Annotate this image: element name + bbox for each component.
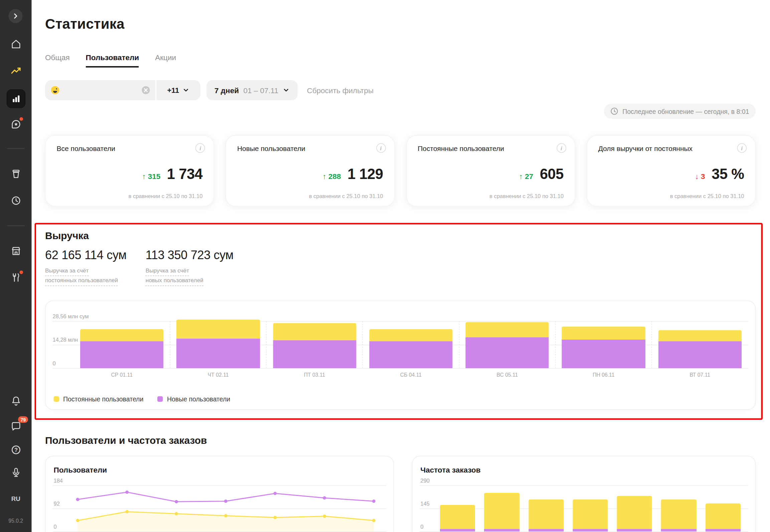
notification-dot [20,271,23,274]
clear-icon[interactable] [141,86,150,95]
sidebar-item-history[interactable] [0,194,32,206]
stat-card-title: Постоянные пользователи [418,144,504,152]
bar-segment [369,329,452,341]
revenue-bar-group [466,321,549,368]
frequency-bar [661,486,696,532]
revenue-total-label[interactable]: Выручка за счёт новых пользователей [146,267,234,286]
bar-segment [176,319,260,339]
order-frequency-chart-card: Частота заказов 290 145 0 [412,456,756,532]
bar-segment [80,341,163,368]
stat-value: 35 % [712,166,744,183]
y-axis-label: 0 [421,524,424,530]
label-line: новых пользователей [146,276,203,286]
place-filter: +11 [45,80,200,100]
frequency-bar [573,486,608,532]
bar-segment [273,340,356,368]
app-version: 95.0.2 [0,518,32,524]
bar-segment [440,529,475,531]
revenue-total-value: 62 165 114 сум [45,248,127,262]
sidebar-item-notifications[interactable] [0,395,32,407]
bar-segment [369,341,452,368]
sidebar-item-reviews[interactable] [0,118,32,130]
bar-segment [466,322,549,337]
stat-card-regular-revenue-share: Доля выручки от постоянных i ↓ 3 35 % в … [587,135,756,206]
sidebar-item-trends[interactable] [0,65,32,77]
sidebar-item-menu-food[interactable] [0,272,32,284]
period-label: 7 дней [214,86,239,95]
sidebar-item-statistics[interactable] [0,89,32,108]
sidebar-item-cafe[interactable] [0,168,32,180]
frequency-bar [484,486,519,532]
sidebar-item-chats[interactable]: 79 [0,420,32,432]
stat-delta: ↑ 27 [519,172,533,181]
stat-value: 605 [540,166,564,183]
sidebar-item-voice-support[interactable] [0,467,32,479]
info-icon[interactable]: i [737,143,747,153]
bar-segment [658,330,742,341]
bar-segment [562,340,645,368]
page-title: Статистика [45,16,125,32]
tabs: Общая Пользователи Акции [45,53,176,68]
revenue-total-regular: 62 165 114 сум Выручка за счёт постоянны… [45,248,127,286]
revenue-bar-group [176,321,260,368]
users-chart-card: Пользователи 184 92 0 [45,456,394,532]
revenue-bar-group [273,321,356,368]
revenue-x-axis: СР 01.11ЧТ 02.11ПТ 03.11СБ 04.11ВС 05.11… [74,372,748,378]
bar-segment [706,503,741,529]
sidebar-item-home[interactable] [0,38,32,50]
sidebar-item-help[interactable]: ? [0,444,32,456]
y-axis-label: 28,56 млн сум [53,313,89,319]
place-filter-more-button[interactable]: +11 [156,80,200,100]
place-filter-input[interactable] [45,80,155,100]
stat-delta: ↑ 288 [323,172,341,181]
stat-cards-row: Все пользователи i ↑ 315 1 734 в сравнен… [45,135,756,206]
sidebar: 79 ? RU 95.0.2 [0,0,32,532]
y-axis-label: 145 [421,501,430,507]
place-more-count: +11 [167,86,179,94]
filters-row: +11 7 дней 01 – 07.11 Сбросить фильтры [45,80,373,100]
label-line: Выручка за счёт [45,267,89,276]
period-filter[interactable]: 7 дней 01 – 07.11 [206,80,298,100]
bar-segment [440,505,475,529]
revenue-total-label[interactable]: Выручка за счёт постоянных пользователей [45,267,127,286]
stat-delta: ↓ 3 [695,172,705,181]
statistics-page: 79 ? RU 95.0.2 Статистика Общая Пользова… [0,0,770,532]
info-icon[interactable]: i [376,143,386,153]
legend-label: Новые пользователи [167,395,230,403]
help-icon: ? [10,444,22,456]
svg-text:?: ? [14,447,17,453]
frequency-bar [528,486,564,532]
sidebar-item-store[interactable] [0,245,32,257]
revenue-bars [74,321,748,368]
revenue-bar-group [80,321,163,368]
chat-badge: 79 [18,416,28,423]
tab-promotions[interactable]: Акции [155,53,176,68]
chevron-down-icon [183,87,190,94]
microphone-icon [10,467,22,479]
notification-dot [20,117,23,121]
bar-segment [80,329,163,341]
stat-card-new-users: Новые пользователи i ↑ 288 1 129 в сравн… [225,135,395,206]
trending-up-icon [10,65,22,77]
info-icon[interactable]: i [557,143,566,153]
info-icon[interactable]: i [195,143,205,153]
period-range: 01 – 07.11 [243,86,278,95]
frequency-bars [436,486,745,532]
revenue-bar-group [369,321,452,368]
clock-icon [610,107,618,115]
bar-segment [562,327,645,340]
reset-filters-link[interactable]: Сбросить фильтры [307,86,373,95]
chevron-down-icon [283,87,290,94]
x-axis-label: СБ 04.11 [363,372,459,378]
last-update-text: Последнее обновление — сегодня, в 8:01 [622,108,749,115]
x-axis-label: ПТ 03.11 [266,372,362,378]
history-icon [10,194,22,206]
tab-users[interactable]: Пользователи [86,53,139,68]
bar-segment [617,496,652,529]
bar-segment [484,529,519,531]
legend-label: Постоянные пользователи [63,395,143,403]
tab-general[interactable]: Общая [45,53,70,68]
sidebar-expand-button[interactable] [9,9,23,23]
language-switcher[interactable]: RU [0,496,32,503]
bell-icon [10,395,22,407]
